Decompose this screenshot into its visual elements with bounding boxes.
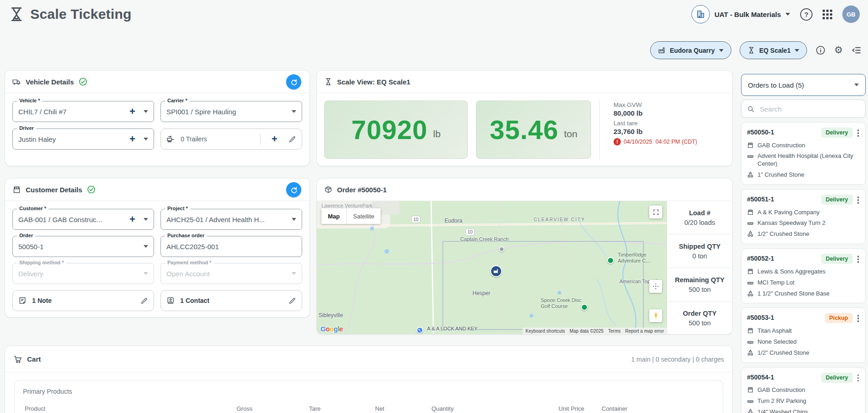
field-label: Customer * [17,206,49,211]
order-stats-panel: Load # 0/20 loads Shipped QTY 0 ton Rema… [667,201,732,335]
trailer-icon [166,135,175,144]
terms-link[interactable]: Terms [608,329,620,334]
add-customer-button[interactable]: + [124,214,141,224]
app-launcher-icon[interactable] [823,10,832,19]
orders-sidebar: Orders to Load (5) #50050-1 Delivery GAB… [741,74,866,413]
refresh-vehicle-button[interactable] [286,74,301,89]
search-input[interactable] [759,105,860,113]
fullscreen-icon[interactable] [649,206,662,218]
expand-panel-icon[interactable] [851,45,862,56]
chevron-down-icon [292,110,296,113]
pan-control-icon[interactable] [649,280,662,293]
kebab-menu-icon[interactable] [857,195,860,206]
kebab-menu-icon[interactable] [857,313,860,324]
satellite-button[interactable]: Satellite [346,208,381,224]
kebab-menu-icon[interactable] [857,373,860,384]
orders-search[interactable] [741,100,866,118]
order-project: None Selected [757,338,860,346]
note-icon [18,296,27,305]
page-title: Scale Ticketing [30,6,132,22]
weight-display-ton: 35.46 ton [476,100,591,159]
map-button[interactable]: Map [321,208,346,224]
site-selector[interactable]: Eudora Quarry [650,41,731,59]
pegman-icon[interactable] [649,309,662,322]
map-label-lock-and-key: A & A LOCK AND KEY [427,326,477,331]
primary-products-panel: Primary Products Product Gross Tare Net … [14,380,723,413]
customer-field[interactable]: Customer * GAB-001 / GAB Construc... + [12,209,154,230]
customer-details-card: Customer Details Customer * GAB-001 / GA… [5,178,310,318]
cart-summary: 1 main | 0 secondary | 0 charges [631,356,724,363]
trailers-count: 0 Trailers [181,135,207,143]
report-map-error-link[interactable]: Report a map error [625,329,664,334]
scale-name: EQ Scale1 [759,47,791,54]
bridge-icon [747,338,754,345]
user-avatar[interactable]: GB [842,6,860,23]
settings-gear-icon[interactable]: ⚙ [834,45,843,55]
order-list-item[interactable]: #50051-1 Delivery A & K Paving Company K… [741,189,866,244]
factory-icon [658,46,666,54]
google-logo: Google [321,325,343,333]
order-map[interactable]: Lawrence VenturePark Map Satellite 10 10… [317,201,667,335]
tenant-switcher[interactable]: UAT - Bulk Materials [691,5,790,23]
map-label-captain-creek-ranch: Captain Creek Ranch [460,236,509,242]
app-header: Scale Ticketing UAT - Bulk Materials ? G… [0,0,868,28]
lock-key-marker[interactable] [416,327,423,334]
add-driver-button[interactable]: + [124,134,141,144]
add-trailer-button[interactable]: + [266,134,283,144]
order-list-item[interactable]: #50050-1 Delivery GAB Construction Adven… [741,122,866,185]
contacts-box[interactable]: 1 Contact [160,290,302,311]
order-list-item[interactable]: #50052-1 Delivery Lewis & Sons Aggregate… [741,248,866,303]
kebab-menu-icon[interactable] [857,254,860,265]
field-value: AHLCC2025-001 [166,243,296,251]
storefront-icon [747,142,754,149]
project-field[interactable]: Project * AHCH25-01 / Advent Health H... [160,209,302,230]
refresh-customer-button[interactable] [286,182,301,197]
edit-notes-icon[interactable] [140,297,148,305]
shipped-qty-stat: Shipped QTY 0 ton [667,234,732,268]
order-product: 1/2" Crushed Stone [757,349,860,357]
trailers-box[interactable]: 0 Trailers + [160,128,302,150]
weight-ton-value: 35.46 [490,114,558,145]
weight-lb-unit: lb [433,128,441,140]
edit-trailers-icon[interactable] [288,135,296,143]
edit-contacts-icon[interactable] [288,297,296,305]
info-icon[interactable] [815,45,826,56]
driver-field[interactable]: Driver Justin Haley + [12,128,154,150]
order-list-item[interactable]: #50053-1 Pickup Titan Asphalt None Selec… [741,307,866,363]
order-product: 1/4" Washed Chips [757,408,860,413]
col-gross: Gross [237,405,309,412]
poi-marker[interactable] [499,246,504,252]
order-customer: A & K Paving Company [757,209,860,217]
chevron-down-icon [292,272,296,275]
notes-box[interactable]: 1 Note [12,290,154,311]
help-icon[interactable]: ? [800,8,813,21]
vehicle-field[interactable]: Vehicle * CHIL7 / Chili #7 + [12,101,154,122]
order-id: #50052-1 [747,254,818,262]
order-product: 1" Crushed Stone [757,171,860,179]
order-customer: GAB Construction [757,142,860,150]
field-value: AHCH25-01 / Advent Health H... [166,216,289,223]
order-product: 1 1/2" Crushed Stone Base [757,290,860,298]
order-list-item[interactable]: #50054-1 Delivery GAB Construction Turn … [741,367,866,413]
kebab-menu-icon[interactable] [857,128,860,139]
scale-selector[interactable]: EQ Scale1 [740,41,807,59]
purchase-order-field[interactable]: Purchase order AHLCC2025-001 [160,236,302,257]
scale-icon [324,78,332,86]
map-type-toggle: Map Satellite [321,208,381,224]
material-category-icon [747,408,754,413]
order-product: 1/2" Crushed Stone [757,230,860,238]
keyboard-shortcuts-link[interactable]: Keyboard shortcuts [525,329,565,334]
truck-icon [12,78,21,86]
map-label-timberridge: TimberRidge Adventure C... [618,252,657,265]
bridge-icon [747,152,754,159]
add-vehicle-button[interactable]: + [124,106,141,117]
quarry-site-marker[interactable] [490,265,502,277]
carrier-field[interactable]: Carrier * SPI001 / Spire Hauling [160,101,302,122]
map-label-hesper: Hesper [473,290,491,296]
orders-filter-select[interactable]: Orders to Load (5) [741,74,866,96]
storefront-icon [12,185,21,194]
bridge-icon [747,279,754,286]
tenant-name: UAT - Bulk Materials [714,11,781,18]
order-field[interactable]: Order 50050-1 [12,236,154,257]
cart-card: Cart 1 main | 0 secondary | 0 charges Pr… [5,346,733,413]
